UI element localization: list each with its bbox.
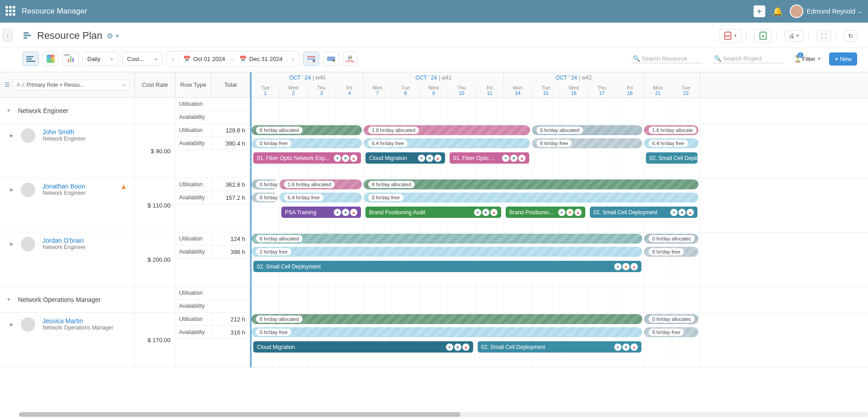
export-excel-button[interactable]: X bbox=[754, 29, 772, 42]
timeline-day[interactable]: Tue22 bbox=[672, 83, 700, 98]
availability-bar[interactable]: 2 hr/day free bbox=[251, 247, 642, 257]
task-bar[interactable]: 02. Small Cell Deployment★■▲ bbox=[478, 341, 641, 353]
warning-icon[interactable]: ▲ bbox=[120, 183, 128, 191]
group-by-select[interactable]: A↓ZPrimary Role + Resou... bbox=[13, 80, 130, 90]
row-filter-icon[interactable]: ☰ bbox=[5, 81, 10, 88]
task-bar[interactable]: Brand Positionin...★■▲ bbox=[506, 207, 585, 218]
collapse-icon[interactable]: ▼ bbox=[6, 108, 11, 113]
filter-button[interactable]: ⏳2 Filter▼ bbox=[794, 55, 821, 62]
utilisation-bar[interactable]: 8 hr/day allocated bbox=[251, 125, 362, 135]
timeline-day[interactable]: Tue1 bbox=[251, 83, 280, 98]
resource-avatar[interactable] bbox=[21, 183, 35, 197]
availability-bar[interactable]: 0 hr/day free bbox=[251, 327, 642, 337]
utilisation-bar[interactable]: 8 hr/day allocated bbox=[251, 314, 642, 324]
availability-bar[interactable]: 0 hr/day free bbox=[364, 193, 698, 202]
availability-bar[interactable]: 0 hr/day free bbox=[251, 138, 362, 148]
resource-avatar[interactable] bbox=[21, 128, 35, 143]
task-bar[interactable]: 02. Small Cell Deployment★■▲ bbox=[253, 261, 641, 272]
task-bar[interactable]: 02. Small Cell Deployr bbox=[646, 152, 697, 164]
timeline-day[interactable]: Wed9 bbox=[420, 83, 448, 98]
kpi-button[interactable]: KPIs bbox=[343, 52, 357, 66]
custom-select[interactable]: Cust... bbox=[122, 52, 163, 66]
availability-bar[interactable]: 6.4 hr/day free bbox=[644, 138, 698, 148]
timescale-select[interactable]: Daily bbox=[82, 52, 119, 66]
utilisation-bar[interactable]: 6 hr/day allocated bbox=[251, 234, 642, 244]
resource-avatar[interactable] bbox=[21, 237, 35, 251]
timeline-day[interactable]: Thu3 bbox=[308, 83, 336, 98]
print-button[interactable]: 🖨▼ bbox=[785, 30, 804, 42]
col-cost-rate[interactable]: Cost Rate bbox=[135, 72, 175, 97]
resource-avatar[interactable] bbox=[21, 317, 35, 332]
availability-bar[interactable]: 6.4 hr/day free bbox=[280, 193, 362, 202]
date-to[interactable]: 📅Dec 31 2024 bbox=[236, 52, 286, 66]
timeline-day[interactable]: Fri18 bbox=[616, 83, 644, 98]
utilisation-bar[interactable]: 0 hr/day bbox=[251, 179, 278, 189]
date-from[interactable]: 📅Oct 01 2024 bbox=[180, 52, 229, 66]
availability-bar[interactable]: 8 hr/day free bbox=[644, 327, 698, 337]
search-resource[interactable]: 🔍 bbox=[631, 54, 702, 63]
date-prev-button[interactable]: ‹ bbox=[167, 52, 180, 66]
new-button[interactable]: +New bbox=[829, 52, 857, 66]
timeline-day[interactable]: Mon7 bbox=[364, 83, 392, 98]
view-heatmap-button[interactable] bbox=[43, 52, 59, 66]
timeline-day[interactable]: Fri4 bbox=[336, 83, 364, 98]
notifications-icon[interactable]: 🔔 bbox=[770, 4, 785, 19]
utilisation-bar[interactable]: 0 hr/day allocatec bbox=[644, 234, 698, 244]
task-bar[interactable]: PSA Training★■▲ bbox=[281, 207, 361, 218]
resource-name[interactable]: Jessica Martin bbox=[43, 317, 114, 325]
apps-menu-icon[interactable] bbox=[5, 6, 16, 17]
resource-name[interactable]: John Smith bbox=[43, 128, 85, 136]
col-row-type[interactable]: Row Type bbox=[175, 72, 212, 97]
availability-bar[interactable]: 6.4 hr/day free bbox=[364, 138, 530, 148]
timeline-day[interactable]: Thu10 bbox=[448, 83, 476, 98]
utilisation-bar[interactable]: 8 hr/day allocated bbox=[364, 179, 698, 189]
view-config2-button[interactable] bbox=[323, 52, 339, 66]
search-resource-input[interactable] bbox=[642, 55, 701, 62]
export-pdf-button[interactable]: PDF▼ bbox=[719, 29, 741, 42]
utilisation-bar[interactable]: 1.6 hr/day allocated bbox=[280, 179, 362, 189]
expand-icon[interactable]: ▶ bbox=[10, 133, 14, 138]
task-bar[interactable]: Cloud Migration★■▲ bbox=[365, 152, 445, 164]
view-gantt-button[interactable] bbox=[23, 52, 39, 66]
page-settings-button[interactable]: ⚙▼ bbox=[107, 32, 119, 40]
resource-name[interactable]: Jonathan Boon bbox=[43, 183, 85, 190]
timeline-day[interactable]: Wed16 bbox=[560, 83, 588, 98]
collapse-icon[interactable]: ▼ bbox=[6, 297, 11, 302]
expand-icon[interactable]: ▶ bbox=[10, 241, 14, 246]
utilisation-bar[interactable]: 0 hr/day allocated bbox=[532, 125, 642, 135]
availability-bar[interactable]: 8 hr/day free bbox=[532, 138, 642, 148]
user-name[interactable]: Edmund Reynold bbox=[807, 8, 855, 15]
task-bar[interactable]: 01. Fiber Optic Network Exp...★■▲ bbox=[253, 152, 361, 164]
date-next-button[interactable]: › bbox=[286, 52, 299, 66]
add-button[interactable]: + bbox=[754, 5, 765, 17]
timeline-day[interactable]: Wed2 bbox=[280, 83, 308, 98]
timeline-day[interactable]: Mon21 bbox=[644, 83, 672, 98]
refresh-button[interactable]: ↻ bbox=[844, 30, 857, 42]
timeline-day[interactable]: Tue8 bbox=[392, 83, 420, 98]
availability-bar[interactable]: 8 hr/day bbox=[251, 193, 278, 202]
task-bar[interactable]: 02. Small Cell Deployment★■▲ bbox=[590, 207, 697, 218]
timeline-day[interactable]: Tue15 bbox=[532, 83, 560, 98]
sidebar-toggle[interactable]: › bbox=[3, 29, 13, 42]
view-hours-button[interactable]: Hrs bbox=[62, 52, 79, 66]
task-bar[interactable]: Cloud Migration★■▲ bbox=[253, 341, 473, 353]
resource-name[interactable]: Jordan O'brain bbox=[43, 237, 85, 244]
fullscreen-button[interactable]: ⛶ bbox=[817, 30, 831, 42]
search-project[interactable]: 🔍 bbox=[712, 54, 784, 63]
col-total[interactable]: Total bbox=[211, 72, 250, 97]
search-project-input[interactable] bbox=[723, 55, 782, 62]
user-avatar[interactable] bbox=[790, 5, 803, 18]
user-menu-chevron-icon[interactable]: ⌄ bbox=[858, 8, 863, 14]
task-bar[interactable]: Brand Positioning Audit★■▲ bbox=[365, 207, 501, 218]
view-config1-button[interactable] bbox=[303, 52, 319, 66]
timeline-day[interactable]: Mon14 bbox=[504, 83, 532, 98]
timeline-day[interactable]: Thu17 bbox=[588, 83, 616, 98]
utilisation-bar[interactable]: 0 hr/day allocatec bbox=[644, 314, 698, 324]
expand-icon[interactable]: ▶ bbox=[10, 187, 14, 192]
utilisation-bar[interactable]: 1.6 hr/day allocated bbox=[364, 125, 530, 135]
utilisation-bar[interactable]: 1.6 hr/day allocate bbox=[644, 125, 698, 135]
task-bar[interactable]: 01. Fiber Optic ...★■▲ bbox=[450, 152, 529, 164]
timeline-day[interactable]: Fri11 bbox=[476, 83, 504, 98]
expand-icon[interactable]: ▶ bbox=[10, 322, 14, 327]
availability-bar[interactable]: 8 hr/day free bbox=[644, 247, 698, 257]
